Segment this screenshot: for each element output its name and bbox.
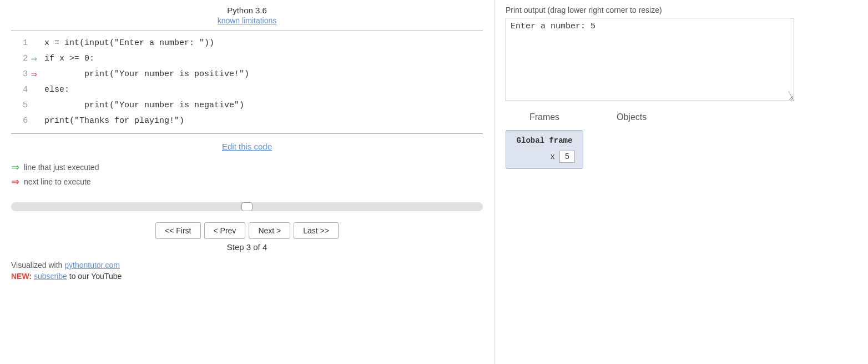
legend: ⇒ line that just executed ⇒ next line to… <box>11 161 483 190</box>
frame-var-value: 5 <box>559 151 575 163</box>
frame-var-name: x <box>551 152 555 161</box>
code-area: 1 x = int(input("Enter a number: ")) 2 ⇒… <box>11 31 483 134</box>
print-output-label: Print output (drag lower right corner to… <box>506 6 857 14</box>
step-info: Step 3 of 4 <box>11 242 483 252</box>
print-output-text: Enter a number: 5 <box>511 22 596 31</box>
visualized-with: Visualized with pythontutor.com <box>11 261 483 270</box>
step-current: 3 <box>246 242 251 252</box>
objects-title: Objects <box>617 112 647 122</box>
print-output-box[interactable]: Enter a number: 5 ╲ <box>506 18 794 101</box>
code-text-4: else: <box>44 82 69 98</box>
global-frame-box: Global frame x 5 <box>506 130 583 169</box>
frames-objects: Frames Global frame x 5 Objects <box>506 112 857 169</box>
line-num-1: 1 <box>11 36 28 51</box>
visualized-prefix: Visualized with <box>11 261 64 270</box>
edit-this-code-link[interactable]: Edit this code <box>222 142 272 151</box>
line-num-5: 5 <box>11 98 28 113</box>
nav-buttons: << First < Prev Next > Last >> <box>11 222 483 239</box>
code-text-2: if x >= 0: <box>44 51 94 67</box>
last-button[interactable]: Last >> <box>294 222 339 239</box>
line-num-2: 2 <box>11 51 28 67</box>
next-button[interactable]: Next > <box>249 222 290 239</box>
code-text-6: print("Thanks for playing!") <box>44 113 184 129</box>
code-line-6: 6 print("Thanks for playing!") <box>11 113 483 129</box>
new-line: NEW: subscribe to our YouTube <box>11 272 483 281</box>
new-label: NEW: <box>11 272 32 281</box>
frames-section: Frames Global frame x 5 <box>506 112 583 169</box>
first-button[interactable]: << First <box>155 222 200 239</box>
legend-green: ⇒ line that just executed <box>11 161 483 173</box>
global-frame-title: Global frame <box>514 136 575 145</box>
code-line-3: 3 ⇒ print("Your number is positive!") <box>11 67 483 82</box>
right-panel: Print output (drag lower right corner to… <box>494 0 868 364</box>
pythontutor-link[interactable]: pythontutor.com <box>64 261 120 270</box>
code-text-1: x = int(input("Enter a number: ")) <box>44 36 214 51</box>
code-text-3: print("Your number is positive!") <box>44 67 249 82</box>
known-limitations-link[interactable]: known limitations <box>218 16 277 25</box>
slider-track[interactable] <box>11 202 483 211</box>
slider-area <box>11 202 483 211</box>
code-line-1: 1 x = int(input("Enter a number: ")) <box>11 36 483 51</box>
prev-button[interactable]: < Prev <box>204 222 246 239</box>
green-arrow-icon: ⇒ <box>31 51 37 67</box>
step-of: of <box>253 242 260 252</box>
resize-icon: ╲ <box>789 91 793 99</box>
code-line-4: 4 else: <box>11 82 483 98</box>
line-num-3: 3 <box>11 67 28 82</box>
arrow-3: ⇒ <box>31 67 44 82</box>
frame-var-row: x 5 <box>514 151 575 163</box>
frames-title: Frames <box>529 112 559 122</box>
subscribe-link[interactable]: subscribe <box>34 272 67 281</box>
code-text-5: print("Your number is negative") <box>44 98 244 113</box>
objects-section: Objects <box>617 112 647 169</box>
step-total: 4 <box>263 242 267 252</box>
legend-green-arrow-icon: ⇒ <box>11 161 19 173</box>
red-arrow-icon: ⇒ <box>31 67 37 82</box>
line-num-6: 6 <box>11 113 28 129</box>
legend-red: ⇒ next line to execute <box>11 176 483 188</box>
edit-link-container: Edit this code <box>11 142 483 151</box>
code-line-5: 5 print("Your number is negative") <box>11 98 483 113</box>
legend-green-label: line that just executed <box>24 163 99 172</box>
code-line-2: 2 ⇒ if x >= 0: <box>11 51 483 67</box>
code-title: Python 3.6 <box>11 6 483 15</box>
slider-thumb[interactable] <box>241 202 253 211</box>
arrow-2: ⇒ <box>31 51 44 67</box>
subscribe-suffix: to our YouTube <box>69 272 122 281</box>
known-limitations-link-container: known limitations <box>11 16 483 25</box>
line-num-4: 4 <box>11 82 28 98</box>
legend-red-arrow-icon: ⇒ <box>11 176 19 188</box>
step-prefix: Step <box>227 242 244 252</box>
legend-red-label: next line to execute <box>24 177 91 186</box>
